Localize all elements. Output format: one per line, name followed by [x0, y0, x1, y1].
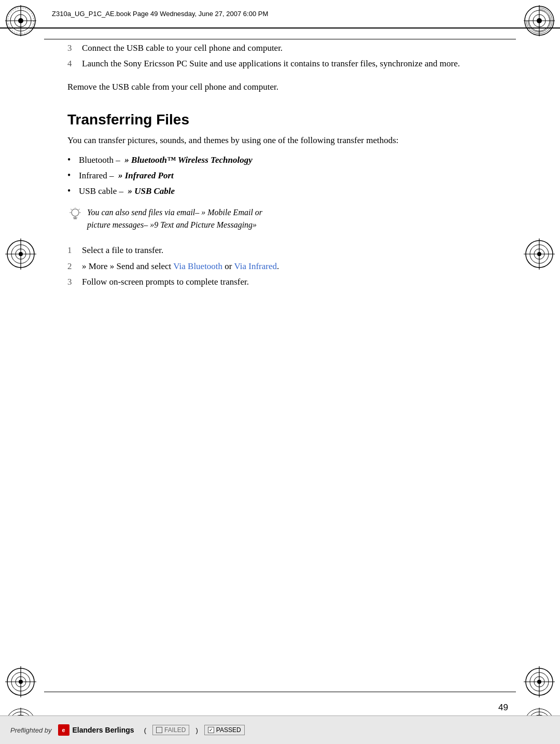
page-number: 49	[498, 703, 508, 713]
step-text-3: Connect the USB cable to your cell phone…	[82, 41, 508, 55]
transfer-step-1: 1 Select a file to transfer.	[67, 244, 508, 257]
elanders-logo: e Elanders Berlings	[58, 724, 134, 736]
main-content: 3 Connect the USB cable to your cell pho…	[67, 41, 508, 687]
bottom-rule	[44, 692, 516, 692]
tstep-text-1: Select a file to transfer.	[82, 244, 508, 257]
section-heading: Transferring Files	[67, 108, 508, 131]
method-bluetooth: • Bluetooth – » Bluetooth™ Wireless Tech…	[67, 153, 508, 167]
elanders-icon: e	[58, 724, 69, 736]
step-num-4: 4	[67, 57, 82, 71]
failed-badge: FAILED	[152, 725, 189, 735]
usb-step-3: 3 Connect the USB cable to your cell pho…	[67, 41, 508, 55]
tstep-text-2: » More » Send and select Via Bluetooth o…	[82, 260, 508, 273]
failed-label: FAILED	[164, 726, 186, 734]
svg-line-60	[78, 209, 80, 210]
usb-step-4: 4 Launch the Sony Ericsson PC Suite and …	[67, 57, 508, 71]
bluetooth-label: Bluetooth	[79, 155, 114, 165]
bottom-bar: Preflighted by e Elanders Berlings ( FAI…	[0, 715, 560, 744]
elanders-name: Elanders Berlings	[73, 726, 134, 734]
section-intro: You can transfer pictures, sounds, and t…	[67, 134, 508, 147]
header-text: Z310a_UG_P1C_AE.book Page 49 Wednesday, …	[52, 10, 268, 18]
reg-mark-mid-left	[5, 238, 36, 270]
tip-icon	[67, 207, 87, 227]
tstep-num-2: 2	[67, 260, 82, 273]
tip-line2: picture messages– »9 Text and Picture Me…	[87, 220, 257, 229]
preflighted-label: Preflighted by	[10, 726, 52, 734]
step-text-4: Launch the Sony Ericsson PC Suite and us…	[82, 57, 508, 71]
tstep-num-1: 1	[67, 244, 82, 257]
tstep-text-3: Follow on-screen prompts to complete tra…	[82, 275, 508, 289]
tip-box: You can also send files via email– » Mob…	[67, 206, 508, 231]
usb-label: USB cable	[79, 186, 117, 196]
remove-usb-text: Remove the USB cable from your cell phon…	[67, 80, 508, 94]
top-rule	[44, 39, 516, 39]
svg-line-59	[71, 209, 72, 210]
tstep-num-3: 3	[67, 275, 82, 289]
usb-steps-list: 3 Connect the USB cable to your cell pho…	[67, 41, 508, 71]
method-infrared: • Infrared – » Infrared Port	[67, 169, 508, 183]
infrared-ref: » Infrared Port	[118, 171, 174, 180]
bluetooth-text: Bluetooth – » Bluetooth™ Wireless Techno…	[79, 153, 508, 167]
failed-checkbox	[156, 727, 162, 733]
infrared-text: Infrared – » Infrared Port	[79, 169, 508, 183]
transfer-step-2: 2 » More » Send and select Via Bluetooth…	[67, 260, 508, 273]
reg-mark-bot-left	[5, 666, 36, 697]
step-num-3: 3	[67, 41, 82, 55]
bullet-icon-infrared: •	[67, 169, 79, 183]
usb-text: USB cable – » USB Cable	[79, 185, 508, 198]
passed-label: PASSED	[216, 726, 241, 734]
passed-checkbox: ✓	[208, 727, 214, 733]
tip-line1: You can also send files via email– » Mob…	[87, 208, 262, 217]
svg-point-53	[72, 209, 79, 216]
via-infrared-link: Via Infrared	[234, 261, 277, 271]
transfer-steps-list: 1 Select a file to transfer. 2 » More » …	[67, 244, 508, 289]
transfer-step-3: 3 Follow on-screen prompts to complete t…	[67, 275, 508, 289]
method-usb: • USB cable – » USB Cable	[67, 184, 508, 199]
bluetooth-ref: » Bluetooth™ Wireless Technology	[124, 155, 252, 165]
infrared-label: Infrared	[79, 171, 107, 180]
reg-mark-mid-right	[524, 238, 555, 270]
separator2: )	[195, 726, 198, 734]
header-bar: Z310a_UG_P1C_AE.book Page 49 Wednesday, …	[0, 0, 560, 29]
transfer-methods-list: • Bluetooth – » Bluetooth™ Wireless Tech…	[67, 153, 508, 199]
usb-ref: » USB Cable	[128, 186, 175, 196]
tip-content: You can also send files via email– » Mob…	[87, 206, 508, 231]
bullet-icon-bluetooth: •	[67, 153, 79, 167]
via-bluetooth-link: Via Bluetooth	[173, 261, 222, 271]
separator: (	[141, 726, 147, 734]
bullet-icon-usb: •	[67, 184, 79, 199]
passed-badge: ✓ PASSED	[204, 725, 245, 735]
reg-mark-bot-right	[524, 666, 555, 697]
